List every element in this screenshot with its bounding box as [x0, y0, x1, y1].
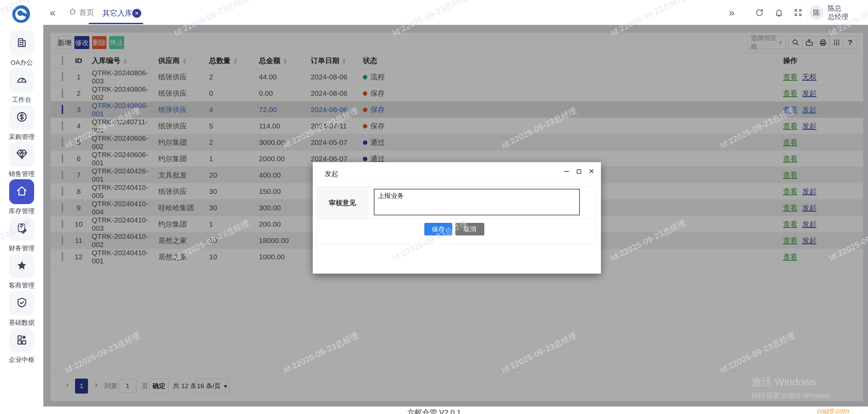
- save-button[interactable]: 保存: [424, 223, 452, 235]
- initiate-dialog: 发起 ✕ 审核意见 上报业务 保存 取消: [313, 162, 601, 274]
- app-grid-icon: [16, 334, 28, 347]
- dialog-title: 发起: [325, 169, 338, 179]
- app-version-label: 六蚁仓管 V2.0.1: [0, 408, 868, 414]
- sidebar-item-oa[interactable]: OA办公: [0, 31, 43, 68]
- expand-panel-icon[interactable]: »: [729, 0, 735, 25]
- home-tab-icon: [69, 8, 76, 17]
- active-tab-label: 其它入库: [102, 8, 132, 18]
- sidebar-item-finance[interactable]: 财务管理: [0, 216, 43, 254]
- home-icon: [16, 185, 28, 198]
- main-content: 新增 修改 删除 终止 选择供应商 ▼ ? ID 入库编号 供应商 总数量: [43, 25, 868, 407]
- sidebar-item-label: 采购管理: [0, 133, 43, 141]
- topbar: « 首页 其它入库 ✕ » 陈 陈总 总经理: [43, 0, 868, 25]
- dialog-form: 审核意见 上报业务 保存 取消: [317, 186, 595, 245]
- user-menu[interactable]: 陈总 总经理: [828, 4, 848, 21]
- shield-check-icon: [16, 297, 28, 310]
- tab-close-icon[interactable]: ✕: [132, 9, 141, 18]
- sidebar-item-label: OA办公: [0, 58, 43, 67]
- sidebar-collapse-icon[interactable]: «: [50, 0, 56, 25]
- sidebar-item-enterprise[interactable]: 企业中枢: [0, 328, 43, 365]
- topbar-divider: [807, 4, 807, 21]
- close-icon[interactable]: ✕: [587, 167, 596, 176]
- dialog-divider: [313, 180, 601, 180]
- sidebar-item-sales[interactable]: 销售管理: [0, 142, 43, 179]
- sidebar-item-label: 基础数据: [0, 318, 43, 327]
- sidebar-item-label: 财务管理: [0, 244, 43, 253]
- sidebar-item-label: 企业中枢: [0, 355, 43, 364]
- office-building-icon: [16, 37, 28, 50]
- sidebar-item-label: 工作台: [0, 95, 43, 104]
- sidebar-item-purchase[interactable]: 采购管理: [0, 105, 43, 142]
- site-link[interactable]: cojz8.com: [817, 407, 849, 414]
- app-root: OA办公 工作台 采购管理 销售管理 库存管理 财务管理 客商管理 基础数据: [0, 0, 868, 414]
- sidebar-item-label: 客商管理: [0, 281, 43, 290]
- sidebar-item-inventory[interactable]: 库存管理: [0, 179, 43, 216]
- sidebar: OA办公 工作台 采购管理 销售管理 库存管理 财务管理 客商管理 基础数据: [0, 0, 43, 414]
- form-divider: [317, 219, 595, 219]
- minimize-icon[interactable]: [562, 167, 571, 176]
- notifications-bell-icon[interactable]: [775, 0, 783, 25]
- review-comment-textarea[interactable]: 上报业务: [374, 189, 580, 215]
- sidebar-item-label: 销售管理: [0, 170, 43, 179]
- sidebar-item-workbench[interactable]: 工作台: [0, 68, 43, 105]
- user-avatar[interactable]: 陈: [809, 5, 824, 20]
- active-tab-underline: [89, 23, 143, 24]
- sidebar-item-customers[interactable]: 客商管理: [0, 254, 43, 291]
- tab-other-inbound[interactable]: 其它入库 ✕: [89, 0, 143, 25]
- app-logo-icon: [11, 4, 31, 24]
- footer: 六蚁仓管 V2.0.1 cojz8.com: [0, 407, 868, 414]
- user-role: 总经理: [828, 13, 848, 21]
- fullscreen-icon[interactable]: [794, 0, 803, 25]
- cancel-button[interactable]: 取消: [455, 223, 484, 235]
- star-icon: [16, 260, 28, 273]
- maximize-icon[interactable]: [574, 167, 583, 176]
- sidebar-item-label: 库存管理: [0, 207, 43, 216]
- diamond-icon: [16, 148, 28, 161]
- user-name: 陈总: [828, 4, 848, 13]
- dollar-circle-icon: [16, 111, 28, 124]
- sidebar-item-basedata[interactable]: 基础数据: [0, 291, 43, 328]
- refresh-icon[interactable]: [755, 0, 764, 25]
- dashboard-gauge-icon: [16, 74, 28, 87]
- review-comment-label: 审核意见: [317, 187, 368, 219]
- document-edit-icon: [16, 223, 28, 235]
